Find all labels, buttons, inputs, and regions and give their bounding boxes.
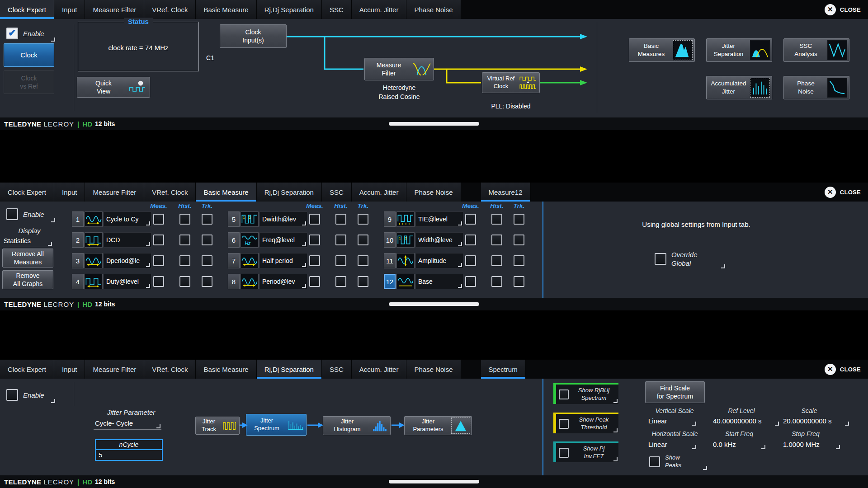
override-global-checkbox[interactable]	[655, 253, 666, 265]
ref-level-value[interactable]: 40.000000000 s	[712, 417, 780, 427]
show-peak-threshold-checkbox[interactable]	[559, 419, 569, 429]
meas-checkbox[interactable]	[465, 214, 476, 225]
jitter-spectrum-button[interactable]: Jitter Spectrum	[246, 414, 307, 436]
measure-name-dropdown[interactable]: Period@lev	[259, 274, 307, 289]
horizontal-scale-dropdown[interactable]: Linear	[647, 440, 697, 450]
hist-checkbox[interactable]	[491, 276, 502, 287]
trk-checkbox[interactable]	[202, 255, 212, 266]
measure-number[interactable]: 9	[384, 211, 396, 227]
tab-basic-measure[interactable]: Basic Measure	[196, 360, 256, 379]
find-scale-button[interactable]: Find Scale for Spectrum	[645, 381, 705, 403]
tab-basic-measure[interactable]: Basic Measure	[196, 0, 256, 19]
measure-name-dropdown[interactable]: Base	[415, 274, 463, 289]
ncycle-value[interactable]: 5	[96, 450, 162, 460]
trk-checkbox[interactable]	[514, 276, 524, 287]
tab-input[interactable]: Input	[54, 183, 85, 202]
meas-checkbox[interactable]	[465, 235, 476, 245]
measure-number[interactable]: 1	[72, 211, 84, 227]
clock-button[interactable]: Clock	[4, 43, 54, 67]
tab-measure-filter[interactable]: Measure Filter	[85, 0, 144, 19]
measure-name-dropdown[interactable]: DCD	[104, 232, 151, 248]
meas-checkbox[interactable]	[309, 276, 320, 287]
show-pj-inv-fft-checkbox[interactable]	[559, 448, 569, 458]
tab-ssc[interactable]: SSC	[322, 183, 352, 202]
trk-checkbox[interactable]	[514, 214, 524, 225]
measure-name-dropdown[interactable]: Dwidth@lev	[259, 211, 307, 227]
measure-name-dropdown[interactable]: Duty@level	[104, 274, 151, 289]
tab-basic-measure[interactable]: Basic Measure	[196, 183, 256, 202]
virtual-ref-clock-button[interactable]: Virtual Ref Clock	[482, 72, 540, 93]
tab-accum-jitter[interactable]: Accum. Jitter	[352, 0, 407, 19]
jitter-track-button[interactable]: Jitter Track	[195, 417, 240, 435]
measure-number[interactable]: 6	[228, 232, 240, 248]
trk-checkbox[interactable]	[358, 235, 368, 245]
tab-spectrum[interactable]: Spectrum	[481, 360, 526, 379]
tab-rj-dj-separation[interactable]: Rj,Dj Separation	[257, 360, 322, 379]
hist-checkbox[interactable]	[335, 214, 346, 225]
jitter-parameter-dropdown[interactable]: Cycle- Cycle	[94, 418, 161, 430]
tab-input[interactable]: Input	[54, 0, 85, 19]
trk-checkbox[interactable]	[358, 214, 368, 225]
meas-checkbox[interactable]	[309, 235, 320, 245]
tab-phase-noise[interactable]: Phase Noise	[406, 0, 461, 19]
jitter-separation-button[interactable]: Jitter Separation	[706, 38, 772, 62]
accumulated-jitter-button[interactable]: Accumulated Jitter	[706, 76, 772, 99]
basic-measures-button[interactable]: Basic Measures	[629, 38, 695, 62]
close-icon[interactable]: ✕	[825, 364, 836, 375]
hist-checkbox[interactable]	[491, 214, 502, 225]
tab-measure-filter[interactable]: Measure Filter	[85, 360, 144, 379]
tab-accum-jitter[interactable]: Accum. Jitter	[352, 360, 407, 379]
trk-checkbox[interactable]	[202, 235, 212, 245]
measure-name-dropdown[interactable]: Cycle to Cy	[104, 211, 151, 227]
measure-number[interactable]: 4	[72, 274, 84, 289]
tab-clock-expert[interactable]: Clock Expert	[0, 0, 54, 19]
measure-name-dropdown[interactable]: Width@leve	[415, 232, 463, 248]
meas-checkbox[interactable]	[153, 255, 164, 266]
meas-checkbox[interactable]	[309, 255, 320, 266]
measure-name-dropdown[interactable]: Amplitude	[415, 253, 463, 268]
tab-measure-filter[interactable]: Measure Filter	[85, 183, 144, 202]
ncycle-field[interactable]: nCycle 5	[95, 439, 163, 461]
horizontal-scrollbar-thumb[interactable]	[389, 302, 479, 306]
close-icon[interactable]: ✕	[825, 4, 836, 15]
tab-rj-dj-separation[interactable]: Rj,Dj Separation	[257, 183, 322, 202]
tab-accum-jitter[interactable]: Accum. Jitter	[352, 183, 407, 202]
clock-vs-ref-button[interactable]: Clock vs Ref	[4, 70, 54, 94]
horizontal-scrollbar-thumb[interactable]	[389, 122, 479, 126]
tab-rj-dj-separation[interactable]: Rj,Dj Separation	[257, 0, 322, 19]
clock-inputs-button[interactable]: Clock Input(s)	[220, 24, 287, 48]
tab-vref-clock[interactable]: VRef. Clock	[144, 0, 196, 19]
trk-checkbox[interactable]	[202, 276, 212, 287]
vertical-scale-dropdown[interactable]: Linear	[647, 417, 697, 427]
tab-vref-clock[interactable]: VRef. Clock	[144, 183, 196, 202]
remove-all-measures-button[interactable]: Remove All Measures	[2, 249, 53, 267]
close-button[interactable]: ✕ CLOSE	[817, 360, 868, 379]
meas-checkbox[interactable]	[465, 276, 476, 287]
tab-ssc[interactable]: SSC	[322, 0, 352, 19]
enable-checkbox[interactable]	[6, 28, 18, 39]
meas-checkbox[interactable]	[153, 214, 164, 225]
measure-number[interactable]: 3	[72, 253, 84, 268]
measure-number[interactable]: 7	[228, 253, 240, 268]
tab-measure12[interactable]: Measure12	[481, 183, 531, 202]
hist-checkbox[interactable]	[335, 235, 346, 245]
tab-clock-expert[interactable]: Clock Expert	[0, 360, 54, 379]
start-freq-value[interactable]: 0.0 kHz	[712, 440, 766, 450]
trk-checkbox[interactable]	[514, 255, 524, 266]
hist-checkbox[interactable]	[335, 276, 346, 287]
tab-phase-noise[interactable]: Phase Noise	[406, 360, 461, 379]
jitter-parameters-button[interactable]: Jitter Parameters	[404, 416, 472, 435]
show-peaks-checkbox[interactable]	[649, 456, 660, 467]
hist-checkbox[interactable]	[335, 255, 346, 266]
hist-checkbox[interactable]	[179, 235, 190, 245]
measure-number[interactable]: 10	[384, 232, 396, 248]
measure-name-dropdown[interactable]: TIE@level	[415, 211, 463, 227]
tab-vref-clock[interactable]: VRef. Clock	[144, 360, 196, 379]
jitter-histogram-button[interactable]: Jitter Histogram	[323, 416, 391, 435]
trk-checkbox[interactable]	[202, 214, 212, 225]
quick-view-button[interactable]: Quick View	[77, 77, 150, 98]
meas-checkbox[interactable]	[309, 214, 320, 225]
enable-checkbox[interactable]	[6, 208, 18, 220]
meas-checkbox[interactable]	[153, 235, 164, 245]
tab-phase-noise[interactable]: Phase Noise	[406, 183, 461, 202]
